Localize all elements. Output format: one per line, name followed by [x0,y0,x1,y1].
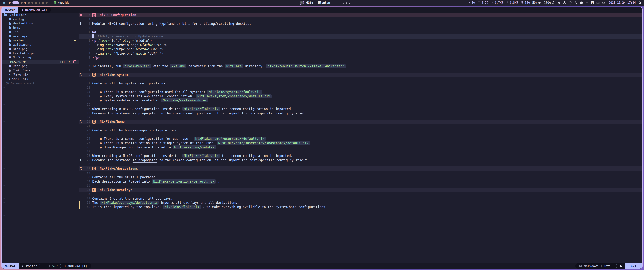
editor-line[interactable]: 24 ● There is a common configuration for… [79,137,642,141]
editor-line[interactable]: 3 <img src="/Rmpc.png" width="33%" /> [79,47,642,51]
check-circle-icon[interactable] [580,1,583,5]
tree-item-system[interactable]: system● [2,38,79,43]
link-text[interactable]: Hyprland [159,22,175,26]
workspace-dot[interactable] [46,2,48,4]
editor-line[interactable]: 38Contains (not at the moment) all overl… [79,196,642,201]
zellij-icon[interactable]: Z [591,1,594,4]
nixos-logo-icon[interactable]: ❄ [3,0,5,6]
editor-line[interactable]: 92 NixFlake/system [79,73,642,77]
editor-line[interactable]: 26 ● Home-Manager modules are located in… [79,145,642,150]
editor-line[interactable]: 13 ● There is a common configuration use… [79,90,642,94]
heading-link[interactable]: NixFlake [100,188,115,192]
ethernet-icon[interactable] [602,1,605,5]
editor-line[interactable]: 12 [79,85,642,90]
editor-line[interactable]: 14 ● Every system has its own special co… [79,94,642,98]
git-branch-name[interactable]: master [26,264,37,268]
editor-line[interactable]: 40It is then imported by the top-level N… [79,205,642,209]
media-widget[interactable]: Gåte - Ulveham [300,0,359,6]
editor-line[interactable]: 6 ChUrl, 2 years ago - Update readme [79,34,642,39]
tab-readme-buffer[interactable]: 1 README.md[1+] [18,7,50,13]
editor-line[interactable]: 1PNG [79,30,642,34]
editor-line[interactable]: 202 NixFlake/home [79,120,642,124]
network-nodes-icon[interactable] [563,1,566,5]
tree-item-btop-png[interactable]: Btop.png [2,47,79,51]
disk-stat[interactable]: 15% [521,1,530,5]
workspace-dot[interactable] [21,2,23,4]
editor-line[interactable]: 7To install, run nixos-rebuild with the … [79,64,642,68]
bluetooth-icon[interactable] [557,1,560,5]
editor-line[interactable]: 11Contains all the system configurations… [79,81,642,85]
editor-line[interactable]: 10 [79,77,642,81]
fold-sign-icon[interactable] [80,120,82,123]
editor-line[interactable]: 51 NixOS Configuration [79,13,642,17]
editor-line[interactable]: 35 [79,184,642,188]
tree-item-neovim-png[interactable]: NeoVim.png [2,56,79,60]
tree-item-home[interactable]: home [2,26,79,30]
heading-link[interactable]: NixFlake [100,120,115,123]
editor-line[interactable]: 4 <img src="/Btop.png" width="33%" /> [79,51,642,56]
workspace-dot[interactable] [38,2,40,4]
editor-line[interactable]: 15 ● System modules are located in NixFl… [79,98,642,102]
microphone-stat[interactable]: 100% [544,1,555,5]
memory-stat[interactable]: 6.7G [478,1,488,5]
statusbar-filename[interactable]: README.md [+] [64,264,87,268]
encoding-indicator[interactable]: utf-8 [604,264,613,268]
tree-item-flake-lock[interactable]: flake.lock [2,68,79,73]
editor-line[interactable]: 37 [79,192,642,197]
fold-sign-icon[interactable] [80,73,82,76]
editor-line[interactable]: 27 [79,150,642,154]
workspace-dot[interactable] [32,2,33,4]
editor-line[interactable]: 30 [79,162,642,167]
editor-line[interactable]: 2 [79,26,642,30]
editor-line[interactable]: 8 [79,68,642,73]
tree-item--8-hidden-items-[interactable]: (8 hidden items) [2,81,79,85]
heading-link[interactable]: NixFlake [100,167,115,170]
git-changes-count[interactable]: ~3 [43,264,46,268]
editor-line[interactable]: 312 NixFlake/derivations [79,167,642,171]
tree-item-fastfetch-png[interactable]: FastFetch.png [2,51,79,56]
link-text[interactable]: Niri [182,22,190,26]
editor-line[interactable]: I29Because the hostname is propagated to… [79,158,642,162]
tree-item-config[interactable]: config [2,17,79,21]
editor-line[interactable]: 32 [79,171,642,175]
volume-stat[interactable]: 50% [532,1,542,5]
network-up-stat[interactable]: 0.5KB [506,1,518,5]
tree-item--nixflake[interactable]: ~/NixFlake [2,13,79,17]
editor-line[interactable]: 39The NixFlake/overlays/default.nix impo… [79,201,642,205]
fold-sign-icon[interactable] [80,167,82,170]
editor-line[interactable]: I3Modular NixOS configuration, using Hyp… [79,22,642,26]
key-lock-icon[interactable] [574,1,577,5]
funnel-icon[interactable] [586,1,588,5]
editor-line[interactable]: 34Each derivation is loaded into NixFlak… [79,179,642,184]
heading-link[interactable]: NixFlake [100,73,115,77]
editor-line[interactable]: 16 [79,102,642,107]
tree-item-rmpc-png[interactable]: Rmpc.png [2,64,79,68]
editor-line[interactable]: 17When creating a NixOS configuration in… [79,107,642,111]
tree-item-overlays[interactable]: overlays [2,34,79,38]
tree-item-shell-nix[interactable]: shell.nix [2,77,79,81]
shield-icon[interactable] [568,1,572,5]
workspace-dot[interactable] [9,2,11,4]
editor-line[interactable]: 5</p> [79,56,642,60]
editor-line[interactable]: 362 NixFlake/overlays [79,188,642,192]
editor-line[interactable]: 25 ● There is a configuration for a sing… [79,141,642,145]
workspace-active-pill[interactable] [12,2,19,4]
editor-line[interactable]: 22Contains all the home-manager configur… [79,128,642,132]
editor-line[interactable]: 1<p float="left" align="middle"> [79,39,642,43]
editor-line[interactable]: 18Because the hostname is propagated to … [79,111,642,115]
datetime[interactable]: 2025-11-24 17:14 [609,1,636,5]
editor-line[interactable]: 4 [79,17,642,22]
bell-icon[interactable] [638,1,642,5]
editor-line[interactable]: 2 <img src="/NeoVim.png" width="33%" /> [79,43,642,47]
editor-line[interactable]: 23 [79,132,642,137]
cpu-stat[interactable]: 1% [468,1,475,5]
editor-line[interactable]: 28When creating a NixOS configuration in… [79,154,642,158]
tree-item-readme-md[interactable]: README.md[+]● [2,60,79,64]
workspace-dot[interactable] [35,2,37,4]
network-down-stat[interactable]: 0.7KB [491,1,503,5]
diagnostics-info[interactable]: 7 [52,264,58,268]
tree-item-derivations[interactable]: derivations [2,21,79,26]
editor-line[interactable]: 21 [79,124,642,128]
git-branch-icon[interactable] [21,264,24,267]
editor-line[interactable]: 6 [79,60,642,64]
